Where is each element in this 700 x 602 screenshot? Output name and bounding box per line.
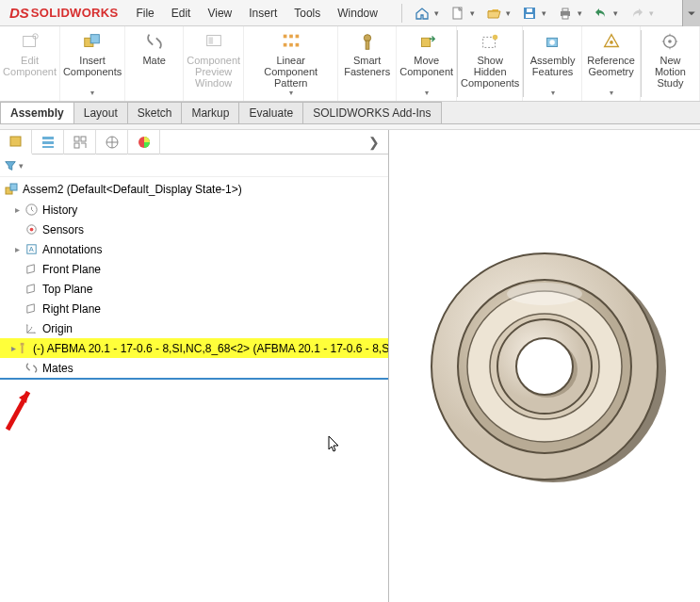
configuration-manager-tab[interactable] — [64, 130, 96, 155]
tree-label: Sensors — [42, 223, 84, 236]
undo-icon[interactable] — [591, 3, 611, 24]
tree-item-history[interactable]: ▸ History — [0, 200, 388, 220]
dimxpert-manager-tab[interactable] — [96, 130, 128, 155]
save-dropdown[interactable]: ▾ — [542, 8, 549, 18]
tree-root-assembly[interactable]: Assem2 (Default<Default_Display State-1>… — [0, 179, 388, 200]
move-component-button[interactable]: Move Component ▾ — [397, 26, 457, 101]
move-component-icon — [416, 30, 437, 53]
chevron-down-icon[interactable]: ▾ — [90, 88, 94, 99]
chevron-down-icon[interactable]: ▾ — [289, 88, 293, 99]
tree-label: Annotations — [42, 243, 102, 256]
show-hidden-icon — [480, 30, 500, 53]
svg-rect-13 — [283, 35, 286, 39]
edit-component-icon — [20, 30, 41, 53]
annotations-icon: A — [23, 242, 40, 256]
linear-pattern-icon — [281, 30, 301, 53]
home-dropdown[interactable]: ▾ — [434, 8, 442, 18]
chevron-down-icon[interactable]: ▾ — [551, 88, 555, 99]
print-icon[interactable] — [555, 3, 576, 24]
svg-rect-31 — [42, 141, 54, 144]
tree-item-mates[interactable]: Mates — [0, 358, 388, 380]
tree-label: Right Plane — [42, 302, 101, 316]
svg-rect-17 — [289, 43, 293, 47]
tab-layout[interactable]: Layout — [73, 102, 128, 123]
open-dropdown[interactable]: ▾ — [506, 8, 513, 18]
svg-rect-18 — [295, 43, 299, 47]
menubar-overflow[interactable] — [682, 0, 700, 26]
tree-filter-bar[interactable]: ▾ — [0, 155, 388, 177]
redo-icon[interactable] — [627, 3, 647, 24]
linear-pattern-button[interactable]: Linear Component Pattern ▾ — [244, 26, 338, 101]
tree-item-annotations[interactable]: ▸ A Annotations — [0, 239, 388, 259]
expand-icon[interactable]: ▸ — [11, 244, 23, 254]
menu-bar: DS SOLIDWORKS File Edit View Insert Tool… — [0, 0, 700, 26]
svg-rect-34 — [81, 137, 86, 141]
tab-assembly[interactable]: Assembly — [0, 102, 74, 123]
mate-button[interactable]: Mate — [125, 26, 184, 101]
svg-rect-2 — [526, 14, 533, 18]
insert-components-icon — [82, 30, 103, 53]
tree-label: Front Plane — [42, 263, 101, 276]
svg-rect-29 — [10, 137, 21, 146]
tab-evaluate[interactable]: Evaluate — [238, 102, 303, 123]
menu-view[interactable]: View — [199, 7, 240, 20]
save-icon[interactable] — [519, 3, 540, 24]
open-icon[interactable] — [483, 3, 504, 24]
tab-sketch[interactable]: Sketch — [127, 102, 183, 123]
chevron-down-icon[interactable]: ▾ — [610, 88, 613, 99]
svg-text:A: A — [28, 245, 33, 253]
feature-manager-panel: ❯ ▾ Assem2 (Default<Default_Display Stat… — [0, 130, 389, 602]
new-dropdown[interactable]: ▾ — [470, 8, 478, 18]
tree-item-front-plane[interactable]: Front Plane — [0, 259, 388, 279]
feature-manager-tab[interactable] — [0, 130, 32, 155]
ribbon: Edit Component Insert Components ▾ Mate … — [0, 26, 700, 102]
menu-insert[interactable]: Insert — [240, 7, 285, 20]
tree-item-top-plane[interactable]: Top Plane — [0, 279, 388, 299]
svg-rect-6 — [562, 15, 568, 19]
menu-window[interactable]: Window — [329, 7, 386, 20]
menu-tools[interactable]: Tools — [285, 7, 329, 20]
new-motion-study-button[interactable]: New Motion Study — [642, 26, 700, 101]
undo-dropdown[interactable]: ▾ — [613, 8, 621, 18]
app-logo: DS SOLIDWORKS — [0, 5, 127, 21]
mate-icon — [144, 30, 165, 53]
print-dropdown[interactable]: ▾ — [578, 8, 585, 18]
svg-rect-14 — [289, 35, 293, 39]
svg-rect-30 — [42, 137, 54, 139]
svg-rect-3 — [527, 8, 532, 12]
expand-icon[interactable]: ▸ — [11, 204, 23, 215]
menu-file[interactable]: File — [127, 7, 162, 20]
tab-markup[interactable]: Markup — [181, 102, 239, 123]
property-manager-tab[interactable] — [32, 130, 64, 155]
chevron-down-icon[interactable]: ▾ — [425, 88, 429, 99]
plane-icon — [23, 262, 40, 276]
svg-rect-20 — [366, 41, 369, 49]
display-manager-tab[interactable] — [128, 130, 160, 155]
tree-item-right-plane[interactable]: Right Plane — [0, 299, 388, 318]
graphics-viewport[interactable] — [389, 130, 700, 602]
filter-dropdown-icon[interactable]: ▾ — [19, 161, 24, 171]
tree-item-origin[interactable]: Origin — [0, 318, 388, 338]
show-hidden-button[interactable]: Show Hidden Components — [458, 26, 523, 101]
expand-panel-icon[interactable]: ❯ — [360, 135, 388, 150]
tree-item-part-afbma[interactable]: ▸ (-) AFBMA 20.1 - 17-0.6 - 8,SI,NC,8_68… — [0, 338, 388, 358]
svg-rect-32 — [42, 146, 54, 148]
component-preview-icon — [203, 30, 224, 53]
home-icon[interactable] — [412, 3, 432, 24]
tab-addins[interactable]: SOLIDWORKS Add-Ins — [302, 102, 441, 123]
insert-components-button[interactable]: Insert Components ▾ — [60, 26, 125, 101]
assembly-features-button[interactable]: Assembly Features ▾ — [524, 26, 582, 101]
redo-dropdown[interactable]: ▾ — [649, 8, 657, 18]
svg-rect-21 — [421, 38, 430, 46]
smart-fasteners-icon — [357, 30, 378, 53]
tree-item-sensors[interactable]: Sensors — [0, 220, 388, 239]
new-icon[interactable] — [448, 3, 468, 24]
component-preview-button: Component Preview Window — [184, 26, 244, 101]
reference-geometry-button[interactable]: Reference Geometry ▾ — [582, 26, 641, 101]
edit-component-button: Edit Component — [0, 26, 60, 101]
menu-edit[interactable]: Edit — [163, 7, 200, 20]
svg-point-25 — [549, 40, 555, 45]
svg-rect-12 — [208, 37, 213, 43]
quick-toolbar: ▾ ▾ ▾ ▾ ▾ ▾ ▾ — [410, 3, 660, 24]
smart-fasteners-button[interactable]: Smart Fasteners — [338, 26, 397, 101]
